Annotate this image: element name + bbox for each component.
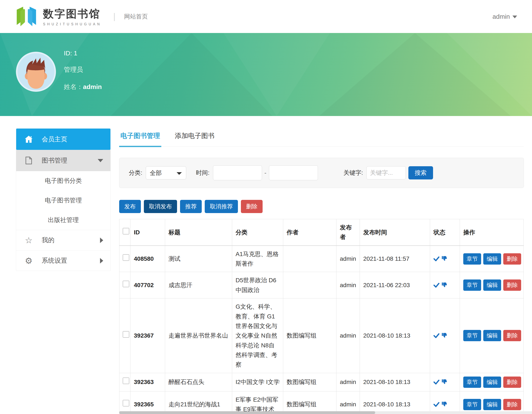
sidebar-item-label: 系统设置	[42, 256, 67, 265]
cell-id: 392363	[131, 373, 165, 391]
edit-button[interactable]: 编辑	[483, 330, 501, 341]
column-header-title: 标题	[165, 219, 232, 246]
open-book-logo-icon	[15, 5, 38, 28]
status-badge	[434, 379, 456, 385]
row-checkbox[interactable]	[123, 281, 129, 287]
thumbs-down-icon	[442, 282, 447, 288]
filter-panel: 分类: 全部 时间: - 关键字: 搜索	[119, 158, 524, 188]
tab-ebook-management[interactable]: 电子图书管理	[119, 128, 161, 147]
cell-title: 成吉思汗	[165, 272, 232, 298]
category-select[interactable]: 全部	[146, 166, 186, 179]
logo-subtitle: SHUZITUSHUGUAN	[43, 22, 102, 26]
edit-button[interactable]: 编辑	[483, 279, 501, 291]
row-checkbox[interactable]	[123, 331, 129, 337]
row-delete-button[interactable]: 删除	[503, 399, 521, 410]
cell-publisher: admin	[336, 272, 360, 298]
cell-author: 数图编写组	[283, 373, 336, 391]
column-header-publish-time: 发布时间	[360, 219, 430, 246]
chapter-button[interactable]: 章节	[463, 399, 481, 410]
check-icon	[434, 333, 439, 338]
chapter-button[interactable]: 章节	[463, 330, 481, 341]
column-header-publisher: 发布者	[336, 219, 360, 246]
table-row: 408580 测试 A1马克思、恩格斯著作 admin 2021-11-08 1…	[119, 246, 524, 272]
cell-publisher: admin	[336, 391, 360, 414]
column-header-status: 状态	[430, 219, 460, 246]
table-body: 408580 测试 A1马克思、恩格斯著作 admin 2021-11-08 1…	[119, 246, 524, 414]
avatar[interactable]	[16, 52, 56, 92]
column-header-author: 作者	[283, 219, 336, 246]
time-end-input[interactable]	[269, 165, 318, 180]
cell-publish-time: 2021-08-10 18:13	[360, 373, 430, 391]
time-start-input[interactable]	[213, 165, 262, 180]
chapter-button[interactable]: 章节	[463, 376, 481, 388]
keyword-input[interactable]	[366, 166, 406, 179]
cell-title: 走遍世界丛书世界名山	[165, 298, 232, 373]
user-id: ID: 1	[64, 50, 102, 57]
cell-author: 数图编写组	[283, 391, 336, 414]
scrollbar-thumb[interactable]	[119, 411, 375, 414]
cell-publish-time: 2021-08-10 18:13	[360, 298, 430, 373]
edit-button[interactable]: 编辑	[483, 399, 501, 410]
logo[interactable]: 数字图书馆 SHUZITUSHUGUAN	[15, 5, 102, 28]
publish-button[interactable]: 发布	[119, 200, 141, 213]
sidebar-item-publisher-management[interactable]: 出版社管理	[16, 210, 110, 230]
cell-category: A1马克思、恩格斯著作	[232, 246, 283, 272]
tab-bar: 电子图书管理 添加电子图书	[119, 128, 524, 147]
nav-home-link[interactable]: 网站首页	[124, 13, 148, 21]
unpublish-button[interactable]: 取消发布	[144, 200, 177, 213]
cell-publisher: admin	[336, 298, 360, 373]
sidebar-item-label: 会员主页	[42, 135, 67, 144]
row-checkbox[interactable]	[123, 400, 129, 406]
check-icon	[434, 283, 439, 288]
sidebar: 会员主页 图书管理 电子图书分类 电子图书管理 出版社管理 ☆ 我的 ⚙ 系统设…	[16, 128, 111, 271]
gear-icon: ⚙	[24, 256, 34, 266]
cell-title: 醉醒石石点头	[165, 373, 232, 391]
edit-button[interactable]: 编辑	[483, 253, 501, 265]
unrecommend-button[interactable]: 取消推荐	[205, 200, 238, 213]
select-all-checkbox[interactable]	[123, 228, 129, 234]
table-row: 392363 醉醒石石点头 I2中国文学 I文学 数图编写组 admin 202…	[119, 373, 524, 391]
row-checkbox[interactable]	[123, 254, 129, 261]
profile-banner: ID: 1 管理员 姓名：admin	[0, 33, 532, 116]
cell-category: E军事 E2中国军事 E9军事技术	[232, 391, 283, 414]
recommend-button[interactable]: 推荐	[180, 200, 202, 213]
sidebar-item-member-home[interactable]: 会员主页	[16, 129, 110, 150]
sidebar-item-ebook-category[interactable]: 电子图书分类	[16, 171, 110, 191]
thumbs-down-icon	[442, 333, 447, 339]
star-icon: ☆	[24, 235, 34, 245]
status-badge	[434, 256, 456, 262]
row-delete-button[interactable]: 删除	[503, 330, 521, 341]
main-panel: 电子图书管理 添加电子图书 分类: 全部 时间: - 关键字: 搜索 发布 取消…	[119, 128, 524, 414]
search-button[interactable]: 搜索	[408, 166, 433, 179]
row-delete-button[interactable]: 删除	[503, 253, 521, 265]
status-badge	[434, 282, 456, 288]
cell-category: G文化、科学、教育、体育 G1世界各国文化与文化事业 N自然科学总论 N8自然科…	[232, 298, 283, 373]
chapter-button[interactable]: 章节	[463, 253, 481, 265]
cell-publish-time: 2021-11-08 11:57	[360, 246, 430, 272]
home-icon	[24, 135, 34, 143]
chapter-button[interactable]: 章节	[463, 279, 481, 291]
sidebar-item-book-management[interactable]: 图书管理	[16, 150, 110, 171]
horizontal-scrollbar[interactable]	[119, 411, 532, 414]
status-badge	[434, 401, 456, 407]
cell-id: 392367	[131, 298, 165, 373]
avatar-face-illustration	[18, 53, 55, 90]
sidebar-item-ebook-management[interactable]: 电子图书管理	[16, 191, 110, 210]
thumbs-down-icon	[442, 401, 447, 407]
sidebar-item-mine[interactable]: ☆ 我的	[16, 230, 110, 250]
thumbs-down-icon	[442, 256, 447, 262]
edit-button[interactable]: 编辑	[483, 376, 501, 388]
cell-title: 测试	[165, 246, 232, 272]
row-delete-button[interactable]: 删除	[503, 376, 521, 388]
sidebar-item-system-settings[interactable]: ⚙ 系统设置	[16, 250, 110, 271]
cell-publisher: admin	[336, 373, 360, 391]
tab-add-ebook[interactable]: 添加电子图书	[174, 128, 216, 146]
table-row: 407702 成吉思汗 D5世界政治 D6中国政治 admin 2021-11-…	[119, 272, 524, 298]
cell-author	[283, 246, 336, 272]
delete-button[interactable]: 删除	[241, 200, 263, 213]
row-checkbox[interactable]	[123, 378, 129, 384]
row-delete-button[interactable]: 删除	[503, 279, 521, 291]
keyword-filter-label: 关键字:	[343, 169, 363, 177]
column-header-category: 分类	[232, 219, 283, 246]
user-dropdown[interactable]: admin	[493, 0, 517, 33]
